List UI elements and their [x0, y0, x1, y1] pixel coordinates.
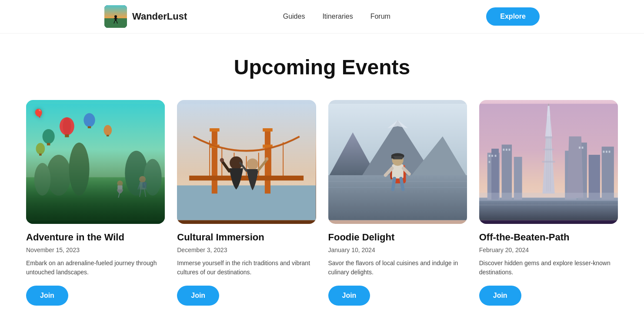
event-image-foodie-delight	[328, 100, 467, 224]
event-card-foodie-delight: Foodie Delight January 10, 2024 Savor th…	[328, 100, 467, 306]
svg-point-17	[43, 129, 55, 144]
svg-rect-106	[606, 151, 607, 153]
events-grid: Adventure in the Wild November 15, 2023 …	[26, 100, 618, 306]
event-date-cultural-immersion: December 3, 2023	[177, 246, 316, 253]
event-desc-cultural-immersion: Immerse yourself in the rich traditions …	[177, 259, 316, 277]
svg-point-22	[83, 113, 95, 127]
svg-point-20	[63, 117, 71, 135]
event-name-foodie-delight: Foodie Delight	[328, 232, 467, 243]
svg-point-14	[34, 163, 51, 196]
svg-rect-25	[39, 153, 42, 156]
svg-rect-29	[117, 185, 122, 191]
svg-rect-10	[26, 104, 165, 220]
svg-rect-11	[26, 177, 165, 220]
event-desc-adventure-wild: Embark on an adrenaline-fueled journey t…	[26, 259, 165, 277]
explore-button[interactable]: Explore	[486, 7, 540, 26]
event-date-foodie-delight: January 10, 2024	[328, 246, 467, 253]
event-card-adventure-wild: Adventure in the Wild November 15, 2023 …	[26, 100, 165, 306]
event-name-off-beaten-path: Off-the-Beaten-Path	[479, 232, 618, 243]
navbar-links: Guides Itineraries Forum	[283, 13, 390, 20]
svg-point-24	[36, 143, 45, 154]
brand-logo	[104, 5, 127, 28]
main-content: Upcoming Events	[0, 33, 644, 323]
svg-rect-77	[479, 198, 618, 220]
svg-point-28	[117, 180, 123, 186]
svg-line-30	[118, 192, 120, 198]
svg-line-34	[138, 183, 140, 190]
svg-point-12	[47, 155, 71, 196]
svg-rect-44	[263, 128, 273, 132]
svg-rect-18	[47, 143, 50, 146]
svg-rect-107	[608, 151, 610, 153]
event-image-adventure-wild	[26, 100, 165, 224]
event-image-cultural-immersion	[177, 100, 316, 224]
svg-point-56	[220, 158, 224, 162]
nav-link-itineraries[interactable]: Itineraries	[322, 13, 353, 20]
nav-link-forum[interactable]: Forum	[370, 13, 390, 20]
event-name-adventure-wild: Adventure in the Wild	[26, 232, 165, 243]
event-date-off-beaten-path: February 20, 2024	[479, 246, 618, 253]
page-title: Upcoming Events	[26, 55, 618, 79]
join-button-cultural-immersion[interactable]: Join	[177, 286, 219, 306]
join-button-off-beaten-path[interactable]: Join	[479, 286, 521, 306]
svg-point-15	[125, 151, 148, 196]
svg-rect-21	[65, 134, 69, 137]
svg-line-35	[144, 183, 146, 190]
svg-point-16	[143, 159, 161, 196]
svg-rect-95	[503, 149, 504, 151]
svg-rect-93	[494, 155, 496, 157]
svg-rect-27	[107, 135, 109, 137]
brand: WanderLust	[104, 5, 187, 28]
svg-line-37	[144, 190, 146, 197]
svg-rect-67	[392, 164, 403, 179]
svg-rect-96	[506, 149, 507, 151]
svg-rect-32	[140, 182, 145, 190]
svg-rect-104	[581, 147, 583, 149]
event-date-adventure-wild: November 15, 2023	[26, 246, 165, 253]
svg-rect-88	[501, 145, 511, 200]
svg-rect-109	[479, 193, 618, 201]
svg-rect-101	[601, 147, 614, 200]
brand-name: WanderLust	[132, 11, 187, 22]
svg-line-75	[401, 179, 403, 190]
event-desc-off-beaten-path: Discover hidden gems and explore lesser-…	[479, 259, 618, 277]
svg-rect-91	[488, 155, 490, 157]
svg-rect-40	[212, 128, 217, 193]
svg-line-36	[140, 190, 141, 197]
join-button-foodie-delight[interactable]: Join	[328, 286, 370, 306]
svg-point-57	[247, 159, 258, 170]
svg-point-59	[265, 157, 269, 161]
svg-rect-105	[603, 151, 604, 153]
event-name-cultural-immersion: Cultural Immersion	[177, 232, 316, 243]
svg-rect-92	[491, 155, 493, 157]
svg-marker-102	[567, 137, 584, 198]
event-image-off-beaten-path	[479, 100, 618, 224]
svg-rect-71	[391, 157, 394, 159]
svg-line-74	[393, 179, 394, 190]
svg-point-13	[69, 143, 90, 196]
svg-rect-97	[508, 149, 510, 151]
navbar: WanderLust Guides Itineraries Forum Expl…	[0, 0, 644, 33]
svg-rect-94	[488, 161, 490, 163]
svg-point-26	[103, 125, 112, 136]
event-card-cultural-immersion: Cultural Immersion December 3, 2023 Imme…	[177, 100, 316, 306]
svg-rect-23	[88, 126, 91, 128]
svg-point-31	[139, 176, 146, 183]
svg-rect-33	[143, 182, 147, 188]
event-card-off-beaten-path: Off-the-Beaten-Path February 20, 2024 Di…	[479, 100, 618, 306]
svg-rect-103	[579, 147, 581, 149]
svg-rect-41	[210, 128, 220, 132]
svg-rect-53	[189, 176, 304, 180]
join-button-adventure-wild[interactable]: Join	[26, 286, 68, 306]
event-desc-foodie-delight: Savor the flavors of local cuisines and …	[328, 259, 467, 277]
nav-link-guides[interactable]: Guides	[283, 13, 305, 20]
svg-rect-39	[177, 185, 316, 220]
